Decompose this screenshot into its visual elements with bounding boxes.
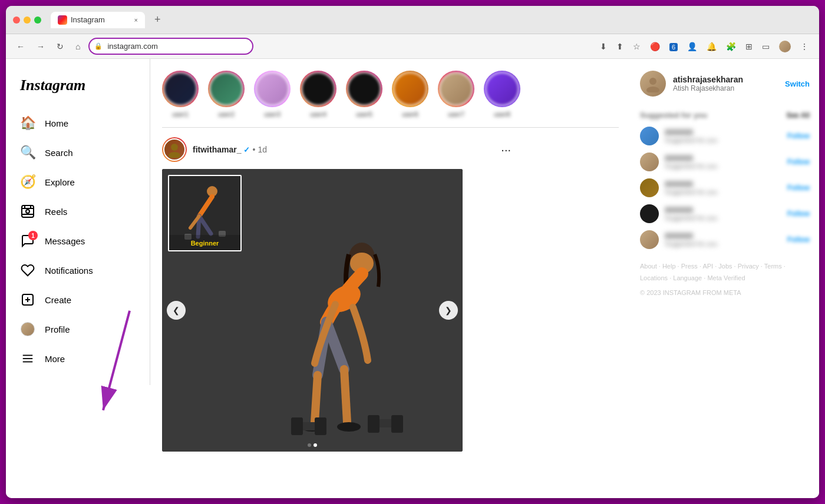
svg-line-25 xyxy=(344,369,347,422)
extension-icon-4[interactable]: 🧩 xyxy=(722,39,740,54)
story-item[interactable]: user3 xyxy=(254,71,291,118)
extension-icon-5[interactable]: ⊞ xyxy=(742,39,756,54)
story-ring-6[interactable] xyxy=(392,71,428,107)
story-ring-4[interactable] xyxy=(300,71,336,107)
suggestion-reason-1: Suggested for you xyxy=(665,137,781,144)
suggestion-avatar-2[interactable] xyxy=(640,152,659,171)
suggestion-avatar-4[interactable] xyxy=(640,204,659,223)
footer-link-privacy[interactable]: Privacy xyxy=(738,263,759,270)
suggestion-avatar-5[interactable] xyxy=(640,230,659,249)
story-item[interactable]: user6 xyxy=(392,71,428,118)
extension-icon-3[interactable]: 🔔 xyxy=(703,39,720,54)
suggestion-info-4: XXXXXX Suggested for you xyxy=(665,206,781,221)
story-item[interactable]: user1 xyxy=(162,71,199,118)
download-icon[interactable]: ⬇ xyxy=(596,39,610,54)
home-icon: 🏠 xyxy=(20,115,35,131)
copyright: © 2023 INSTAGRAM FROM META xyxy=(640,289,810,296)
story-item[interactable]: user4 xyxy=(300,71,336,118)
follow-button-5[interactable]: Follow xyxy=(787,236,810,244)
svg-rect-30 xyxy=(315,417,326,435)
suggestions-header: Suggested for you See All xyxy=(640,111,810,120)
story-item[interactable]: user8 xyxy=(484,71,520,118)
post-image-bg: Beginner xyxy=(162,169,463,452)
story-ring-7[interactable] xyxy=(438,71,474,107)
story-item[interactable]: user7 xyxy=(438,71,474,118)
refresh-button[interactable]: ↻ xyxy=(53,39,67,54)
sidebar-item-home[interactable]: 🏠 Home xyxy=(13,108,143,138)
suggestion-avatar-3[interactable] xyxy=(640,178,659,197)
sidebar-item-profile[interactable]: Profile xyxy=(13,314,143,344)
close-traffic-light[interactable] xyxy=(13,16,20,24)
sidebar-item-create[interactable]: Create xyxy=(13,285,143,314)
footer-link-api[interactable]: API xyxy=(702,263,713,270)
extension-icon-2[interactable]: 👤 xyxy=(684,39,701,54)
instagram-app: Instagram 🏠 Home 🔍 Search 🧭 Explore xyxy=(6,59,819,498)
sidebar-item-notifications-label: Notifications xyxy=(45,266,93,276)
story-ring-2[interactable] xyxy=(208,71,245,107)
follow-button-4[interactable]: Follow xyxy=(787,210,810,218)
extension-opera-icon[interactable]: 🔴 xyxy=(646,39,664,54)
story-ring-3[interactable] xyxy=(254,71,291,107)
instagram-logo[interactable]: Instagram xyxy=(13,71,143,108)
share-icon[interactable]: ⬆ xyxy=(613,39,627,54)
story-name-5: user5 xyxy=(356,111,372,118)
sidebar-item-explore[interactable]: 🧭 Explore xyxy=(13,167,143,197)
story-item[interactable]: user2 xyxy=(208,71,245,118)
home-button[interactable]: ⌂ xyxy=(72,39,84,54)
footer-link-meta-verified[interactable]: Meta Verified xyxy=(707,274,745,281)
browser-toolbar: ← → ↻ ⌂ 🔒 ⬇ ⬆ ☆ 🔴 6 👤 🔔 🧩 ⊞ ▭ ⋮ xyxy=(6,34,819,59)
post-header: fitwithamar_ ✓ • 1d ··· xyxy=(162,137,516,162)
follow-button-1[interactable]: Follow xyxy=(787,132,810,140)
browser-tab[interactable]: Instagram × xyxy=(51,12,145,28)
forward-button[interactable]: → xyxy=(33,39,48,54)
profile-username[interactable]: atishrajasekharan xyxy=(673,75,778,84)
follow-button-2[interactable]: Follow xyxy=(787,158,810,166)
tab-close-button[interactable]: × xyxy=(134,16,138,24)
story-ring-8[interactable] xyxy=(484,71,520,107)
footer-link-locations[interactable]: Locations xyxy=(640,274,668,281)
profile-icon[interactable] xyxy=(776,38,794,55)
story-ring-1[interactable] xyxy=(162,71,199,107)
bookmark-icon[interactable]: ☆ xyxy=(629,39,644,54)
sidebar-item-messages[interactable]: 1 Messages xyxy=(13,226,143,256)
post-next-button[interactable]: ❯ xyxy=(439,301,458,320)
sidebar-item-reels[interactable]: Reels xyxy=(13,197,143,226)
sidebar-item-search[interactable]: 🔍 Search xyxy=(13,138,143,167)
minimize-traffic-light[interactable] xyxy=(24,16,31,24)
story-ring-5[interactable] xyxy=(346,71,382,107)
footer-link-terms[interactable]: Terms xyxy=(764,263,782,270)
sidebar-wrapper: Instagram 🏠 Home 🔍 Search 🧭 Explore xyxy=(6,59,150,498)
post-prev-button[interactable]: ❮ xyxy=(167,301,186,320)
traffic-lights xyxy=(13,16,41,24)
footer-link-jobs[interactable]: Jobs xyxy=(718,263,732,270)
post-avatar[interactable] xyxy=(162,137,187,162)
extension-icon-1[interactable]: 6 xyxy=(666,39,681,54)
svg-rect-0 xyxy=(22,205,34,217)
fullscreen-traffic-light[interactable] xyxy=(34,16,41,24)
sidebar-toggle-icon[interactable]: ▭ xyxy=(758,39,773,54)
post-image[interactable]: Beginner xyxy=(162,169,463,452)
sidebar-item-profile-label: Profile xyxy=(45,324,70,334)
back-button[interactable]: ← xyxy=(13,39,28,54)
switch-button[interactable]: Switch xyxy=(785,79,810,88)
sidebar-item-home-label: Home xyxy=(45,118,68,128)
current-user-avatar[interactable] xyxy=(640,71,666,97)
messages-icon: 1 xyxy=(20,233,35,248)
right-panel: atishrajasekharan Atish Rajasekharan Swi… xyxy=(631,59,819,498)
see-all-button[interactable]: See All xyxy=(786,111,810,120)
footer-link-help[interactable]: Help xyxy=(662,263,676,270)
post-username: fitwithamar_ ✓ • 1d xyxy=(193,145,490,154)
menu-icon[interactable]: ⋮ xyxy=(797,39,812,54)
story-item[interactable]: user5 xyxy=(346,71,382,118)
footer-link-press[interactable]: Press xyxy=(681,263,698,270)
footer-link-language[interactable]: Language xyxy=(673,274,702,281)
follow-button-3[interactable]: Follow xyxy=(787,184,810,192)
address-bar[interactable] xyxy=(88,38,253,55)
suggestion-avatar-1[interactable] xyxy=(640,127,659,145)
sidebar-item-notifications[interactable]: Notifications xyxy=(13,256,143,285)
new-tab-button[interactable]: + xyxy=(150,14,166,26)
toolbar-icons: ⬇ ⬆ ☆ 🔴 6 👤 🔔 🧩 ⊞ ▭ ⋮ xyxy=(596,38,812,55)
footer-link-about[interactable]: About xyxy=(640,263,657,270)
sidebar-item-more[interactable]: More xyxy=(13,344,143,373)
post-more-button[interactable]: ··· xyxy=(496,141,516,159)
